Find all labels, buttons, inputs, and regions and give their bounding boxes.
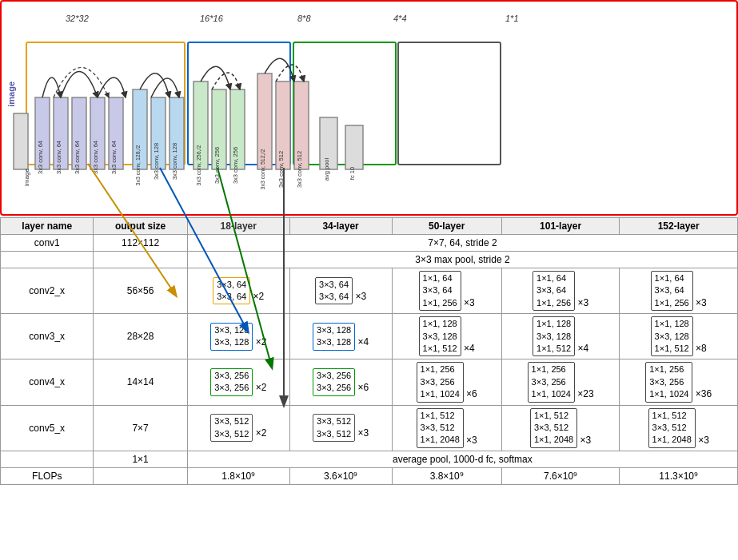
cell-conv2x-name: conv2_x <box>1 268 94 314</box>
cell-pool-output <box>94 252 187 268</box>
cell-conv4x-50: 1×1, 2563×3, 2561×1, 1024 ×6 <box>392 359 501 405</box>
resnet-table-area: layer name output size 18-layer 34-layer… <box>0 217 738 485</box>
table-row-conv2x: conv2_x 56×56 3×3, 643×3, 64 ×2 3×3, 643… <box>1 268 738 314</box>
header-50layer: 50-layer <box>392 218 501 235</box>
cell-conv5x-50: 1×1, 5123×3, 5121×1, 2048 ×3 <box>392 405 501 451</box>
cell-conv1-detail: 7×7, 64, stride 2 <box>187 235 737 252</box>
bracket-conv3x-101: 1×1, 1283×3, 1281×1, 512 <box>533 316 575 356</box>
cell-conv4x-152: 1×1, 2563×3, 2561×1, 1024 ×36 <box>620 359 738 405</box>
bracket-conv5x-34: 3×3, 5123×3, 512 <box>313 414 355 442</box>
cell-conv3x-output: 28×28 <box>94 314 187 359</box>
bracket-conv2x-34: 3×3, 643×3, 64 <box>315 277 353 305</box>
group-box-gray <box>397 42 501 165</box>
table-row-pool: 3×3 max pool, stride 2 <box>1 252 738 268</box>
cell-conv5x-output: 7×7 <box>94 405 187 451</box>
cell-conv4x-name: conv4_x <box>1 359 94 405</box>
bracket-conv2x-50: 1×1, 643×3, 641×1, 256 <box>419 271 461 311</box>
cell-flops-empty <box>94 467 187 484</box>
header-101layer: 101-layer <box>501 218 620 235</box>
bracket-conv2x-101: 1×1, 643×3, 641×1, 256 <box>533 271 575 311</box>
cell-pool-name <box>1 252 94 268</box>
bracket-conv5x-50: 1×1, 5123×3, 5121×1, 2048 <box>417 408 464 448</box>
bracket-conv3x-50: 1×1, 1283×3, 1281×1, 512 <box>419 316 461 356</box>
header-34layer: 34-layer <box>289 218 392 235</box>
bracket-conv5x-152: 1×1, 5123×3, 5121×1, 2048 <box>648 408 696 448</box>
cell-conv3x-152: 1×1, 1283×3, 1281×1, 512 ×8 <box>620 314 738 359</box>
cell-conv2x-101: 1×1, 643×3, 641×1, 256 ×3 <box>501 268 620 314</box>
cell-conv3x-50: 1×1, 1283×3, 1281×1, 512 ×4 <box>392 314 501 359</box>
cell-avgpool-detail: average pool, 1000-d fc, softmax <box>187 451 737 467</box>
cell-conv4x-34: 3×3, 2563×3, 256 ×6 <box>289 359 392 405</box>
size-label-32x32: 32*32 <box>66 14 89 23</box>
bracket-conv3x-34: 3×3, 1283×3, 128 <box>313 323 355 351</box>
table-row-conv4x: conv4_x 14×14 3×3, 2563×3, 256 ×2 3×3, 2… <box>1 359 738 405</box>
cell-conv2x-output: 56×56 <box>94 268 187 314</box>
table-row-avgpool: 1×1 average pool, 1000-d fc, softmax <box>1 451 738 467</box>
cell-flops-101: 7.6×10⁹ <box>501 467 620 484</box>
table-row-conv1: conv1 112×112 7×7, 64, stride 2 <box>1 235 738 252</box>
cell-flops-50: 3.8×10⁹ <box>392 467 501 484</box>
header-18layer: 18-layer <box>187 218 289 235</box>
group-box-yellow <box>26 42 185 165</box>
cell-flops-152: 11.3×10⁹ <box>620 467 738 484</box>
bracket-conv5x-18: 3×3, 5123×3, 512 <box>210 414 253 442</box>
bracket-conv4x-152: 1×1, 2563×3, 2561×1, 1024 <box>645 362 692 402</box>
bracket-conv3x-18: 3×3, 1283×3, 128 <box>210 323 253 351</box>
size-label-4x4: 4*4 <box>393 14 407 23</box>
cell-conv5x-18: 3×3, 5123×3, 512 ×2 <box>187 405 289 451</box>
size-label-16x16: 16*16 <box>200 14 223 23</box>
svg-text:image: image <box>23 169 30 186</box>
size-label-8x8: 8*8 <box>297 14 311 23</box>
cell-conv5x-152: 1×1, 5123×3, 5121×1, 2048 ×3 <box>620 405 738 451</box>
cell-conv2x-152: 1×1, 643×3, 641×1, 256 ×3 <box>620 268 738 314</box>
table-row-conv5x: conv5_x 7×7 3×3, 5123×3, 512 ×2 3×3, 512… <box>1 405 738 451</box>
cell-avgpool-name <box>1 451 94 467</box>
svg-text:fc 10: fc 10 <box>349 167 356 180</box>
cell-conv4x-101: 1×1, 2563×3, 2561×1, 1024 ×23 <box>501 359 620 405</box>
bracket-conv2x-18: 3×3, 643×3, 64 <box>213 277 250 305</box>
bracket-conv4x-18: 3×3, 2563×3, 256 <box>210 368 253 396</box>
group-box-blue <box>187 42 291 165</box>
cell-conv3x-18: 3×3, 1283×3, 128 ×2 <box>187 314 289 359</box>
cell-flops-18: 1.8×10⁹ <box>187 467 289 484</box>
bracket-conv4x-101: 1×1, 2563×3, 2561×1, 1024 <box>528 362 575 402</box>
bracket-conv2x-152: 1×1, 643×3, 641×1, 256 <box>651 271 693 311</box>
cell-conv1-output: 112×112 <box>94 235 187 252</box>
group-box-green <box>293 42 397 165</box>
resnet-table: layer name output size 18-layer 34-layer… <box>0 217 738 485</box>
cell-conv3x-name: conv3_x <box>1 314 94 359</box>
cell-pool-detail: 3×3 max pool, stride 2 <box>187 252 737 268</box>
cell-conv4x-18: 3×3, 2563×3, 256 ×2 <box>187 359 289 405</box>
header-152layer: 152-layer <box>620 218 738 235</box>
cell-conv2x-34: 3×3, 643×3, 64 ×3 <box>289 268 392 314</box>
bracket-conv3x-152: 1×1, 1283×3, 1281×1, 512 <box>651 316 693 356</box>
cell-avgpool-output: 1×1 <box>94 451 187 467</box>
architecture-diagram: 32*32 16*16 8*8 4*4 1*1 image image 3x3 <box>0 0 738 216</box>
cell-conv5x-34: 3×3, 5123×3, 512 ×3 <box>289 405 392 451</box>
size-label-1x1: 1*1 <box>505 14 519 23</box>
table-row-conv3x: conv3_x 28×28 3×3, 1283×3, 128 ×2 3×3, 1… <box>1 314 738 359</box>
image-label: image <box>6 81 16 107</box>
cell-conv1-name: conv1 <box>1 235 94 252</box>
bracket-conv4x-50: 1×1, 2563×3, 2561×1, 1024 <box>417 362 464 402</box>
bracket-conv5x-101: 1×1, 5123×3, 5121×1, 2048 <box>530 408 577 448</box>
header-output-size: output size <box>94 218 187 235</box>
cell-conv3x-101: 1×1, 1283×3, 1281×1, 512 ×4 <box>501 314 620 359</box>
cell-conv3x-34: 3×3, 1283×3, 128 ×4 <box>289 314 392 359</box>
cell-flops-34: 3.6×10⁹ <box>289 467 392 484</box>
cell-conv5x-101: 1×1, 5123×3, 5121×1, 2048 ×3 <box>501 405 620 451</box>
cell-conv2x-50: 1×1, 643×3, 641×1, 256 ×3 <box>392 268 501 314</box>
cell-conv2x-18: 3×3, 643×3, 64 ×2 <box>187 268 289 314</box>
cell-conv4x-output: 14×14 <box>94 359 187 405</box>
cell-flops-name: FLOPs <box>1 467 94 484</box>
bracket-conv4x-34: 3×3, 2563×3, 256 <box>313 368 355 396</box>
table-row-flops: FLOPs 1.8×10⁹ 3.6×10⁹ 3.8×10⁹ 7.6×10⁹ 11… <box>1 467 738 484</box>
cell-conv5x-name: conv5_x <box>1 405 94 451</box>
header-layer-name: layer name <box>1 218 94 235</box>
